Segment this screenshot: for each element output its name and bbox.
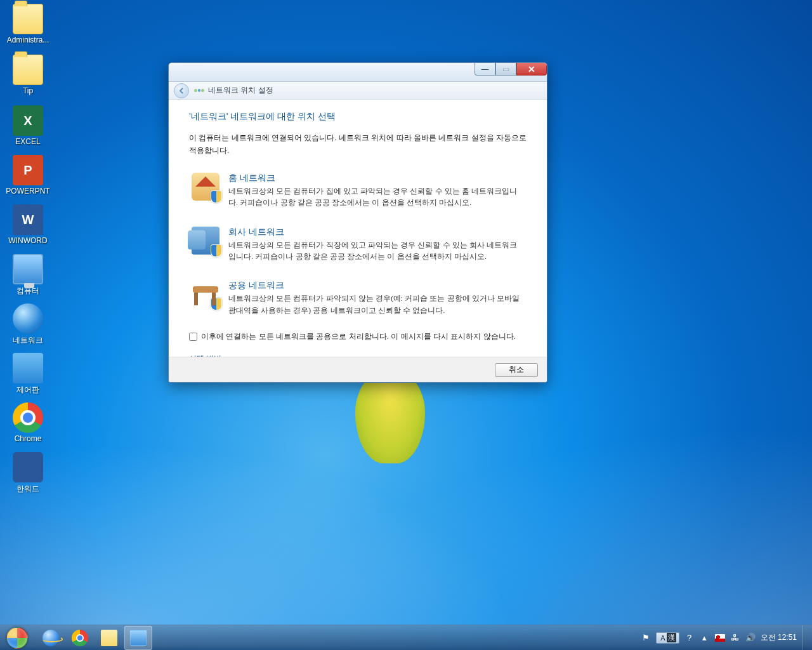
option-desc: 네트워크상의 모든 컴퓨터가 집에 있고 파악되는 경우 신뢰할 수 있는 홈 …: [228, 185, 524, 209]
help-link[interactable]: 선택 방법: [189, 354, 221, 357]
control-panel-icon: [13, 353, 43, 383]
dialog-title: 네트워크 위치 설정: [208, 85, 273, 96]
chrome-icon: [72, 630, 88, 646]
treat-all-public-checkbox-row[interactable]: 이후에 연결하는 모든 네트워크를 공용으로 처리합니다. 이 메시지를 다시 …: [189, 331, 527, 342]
folder-icon: [13, 4, 43, 34]
shield-icon: [211, 244, 222, 257]
option-desc: 네트워크상의 모든 컴퓨터가 파악되지 않는 경우(예: 커피숍 또는 공항에 …: [228, 293, 524, 316]
taskbar-ie[interactable]: [37, 626, 65, 650]
public-network-icon: [192, 280, 219, 308]
dialog-content: '네트워크' 네트워크에 대한 위치 선택 이 컴퓨터는 네트워크에 연결되어 …: [169, 100, 547, 357]
close-button[interactable]: ✕: [516, 63, 547, 76]
maximize-button[interactable]: ▭: [495, 63, 516, 76]
option-title: 홈 네트워크: [228, 173, 524, 184]
powerpoint-icon: P: [13, 155, 43, 185]
windows-orb-icon: [6, 627, 28, 649]
desktop-icon-control-panel[interactable]: 제어판: [5, 353, 51, 395]
desktop-icon-powerpoint[interactable]: PPOWERPNT: [5, 155, 51, 196]
taskbar-explorer[interactable]: [95, 626, 123, 650]
word-icon: W: [13, 204, 43, 235]
arrow-left-icon: [178, 87, 185, 95]
network-small-icon: [194, 86, 204, 96]
cancel-button[interactable]: 취소: [495, 363, 538, 377]
computer-icon: [13, 254, 43, 284]
dialog-intro: 이 컴퓨터는 네트워크에 연결되어 있습니다. 네트워크 위치에 따라 올바른 …: [189, 131, 527, 157]
tray-network-icon[interactable]: 🖧: [730, 633, 740, 643]
option-title: 회사 네트워크: [228, 227, 524, 238]
network-icon: [13, 303, 43, 334]
tray-help-icon[interactable]: ?: [684, 633, 695, 643]
option-public-network[interactable]: 공용 네트워크 네트워크상의 모든 컴퓨터가 파악되지 않는 경우(예: 커피숍…: [189, 277, 527, 319]
tray-volume-icon[interactable]: 🔊: [745, 633, 756, 643]
excel-icon: X: [13, 105, 43, 136]
dialog-heading: '네트워크' 네트워크에 대한 위치 선택: [189, 111, 527, 123]
desktop-icon-tip[interactable]: Tip: [5, 55, 51, 95]
system-tray: ⚑ A漢 ? ▴ 🖧 🔊 오전 12:51: [641, 625, 812, 651]
minimize-button[interactable]: —: [475, 63, 495, 76]
option-title: 공용 네트워크: [228, 280, 524, 291]
dialog-footer: 취소: [169, 357, 547, 382]
chrome-icon: [13, 402, 43, 433]
option-desc: 네트워크상의 모든 컴퓨터가 직장에 있고 파악되는 경우 신뢰할 수 있는 회…: [228, 239, 524, 263]
tray-flag-icon[interactable]: [715, 633, 725, 643]
folder-icon: [13, 55, 43, 85]
option-home-network[interactable]: 홈 네트워크 네트워크상의 모든 컴퓨터가 집에 있고 파악되는 경우 신뢰할 …: [189, 170, 527, 211]
address-bar: 네트워크 위치 설정: [169, 82, 547, 100]
tray-clock[interactable]: 오전 12:51: [761, 633, 797, 642]
back-button[interactable]: [174, 83, 189, 98]
desktop-icon-hanword[interactable]: 한워드: [5, 452, 51, 494]
hanword-icon: [13, 452, 43, 482]
checkbox-label: 이후에 연결하는 모든 네트워크를 공용으로 처리합니다. 이 메시지를 다시 …: [201, 331, 516, 342]
taskbar: ⚑ A漢 ? ▴ 🖧 🔊 오전 12:51: [0, 625, 812, 650]
ime-indicator[interactable]: A漢: [656, 632, 679, 644]
home-network-icon: [192, 173, 219, 201]
taskbar-network-dialog[interactable]: [124, 626, 152, 650]
tray-action-center-icon[interactable]: ⚑: [641, 633, 651, 643]
desktop-icon-network[interactable]: 네트워크: [5, 303, 51, 346]
network-window-icon: [130, 630, 147, 646]
option-work-network[interactable]: 회사 네트워크 네트워크상의 모든 컴퓨터가 직장에 있고 파악되는 경우 신뢰…: [189, 224, 527, 265]
desktop-icon-excel[interactable]: XEXCEL: [5, 105, 51, 146]
treat-all-public-checkbox[interactable]: [189, 333, 197, 341]
desktop-icon-administrator[interactable]: Administra...: [5, 4, 51, 44]
show-desktop-button[interactable]: [802, 625, 808, 651]
tray-chevron-icon[interactable]: ▴: [700, 633, 710, 643]
ie-icon: [43, 630, 59, 646]
titlebar[interactable]: — ▭ ✕: [169, 63, 547, 82]
shield-icon: [211, 190, 222, 203]
desktop-icon-computer[interactable]: 컴퓨터: [5, 254, 51, 296]
desktop-icon-chrome[interactable]: Chrome: [5, 402, 51, 443]
folder-icon: [101, 630, 117, 646]
desktop-icon-word[interactable]: WWINWORD: [5, 204, 51, 245]
shield-icon: [211, 298, 222, 310]
start-button[interactable]: [0, 625, 34, 651]
work-network-icon: [192, 227, 219, 255]
taskbar-chrome[interactable]: [66, 626, 94, 650]
network-location-dialog: — ▭ ✕ 네트워크 위치 설정 '네트워크' 네트워크에 대한 위치 선택 이…: [168, 62, 547, 383]
